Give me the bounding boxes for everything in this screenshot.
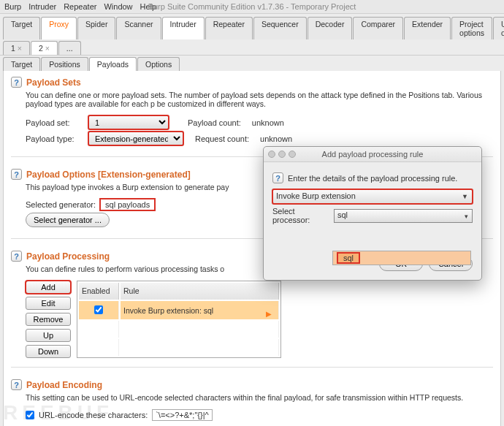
menu-burp[interactable]: Burp bbox=[4, 2, 21, 11]
dialog-titlebar[interactable]: Add payload processing rule bbox=[264, 147, 481, 162]
rule-type-select[interactable]: Invoke Burp extension ▼ bbox=[272, 189, 473, 204]
attack-tab-1[interactable]: 1 × bbox=[3, 41, 30, 55]
menubar: Burp Intruder Repeater Window Help Burp … bbox=[0, 0, 504, 14]
intruder-tab-positions[interactable]: Positions bbox=[41, 57, 88, 71]
zoom-icon[interactable] bbox=[289, 151, 296, 158]
watermark: REEBUF bbox=[3, 401, 113, 425]
intruder-tab-payloads[interactable]: Payloads bbox=[89, 57, 137, 71]
attack-tab-more[interactable]: ... bbox=[58, 41, 81, 55]
selected-generator-label: Selected generator: bbox=[26, 200, 96, 209]
select-generator-button[interactable]: Select generator ... bbox=[26, 213, 110, 227]
tab-intruder[interactable]: Intruder bbox=[162, 17, 205, 39]
payload-options-title: Payload Options [Extension-generated] bbox=[26, 170, 191, 180]
traffic-lights bbox=[268, 151, 296, 158]
dialog-title: Add payload processing rule bbox=[322, 150, 424, 159]
main-tabs: Target Proxy Spider Scanner Intruder Rep… bbox=[0, 14, 504, 39]
payload-processing-title: Payload Processing bbox=[26, 251, 110, 262]
up-rule-button[interactable]: Up bbox=[26, 329, 71, 342]
dialog-desc: Enter the details of the payload process… bbox=[288, 174, 457, 183]
add-rule-dialog: Add payload processing rule ? Enter the … bbox=[263, 146, 482, 281]
col-enabled[interactable]: Enabled bbox=[79, 283, 119, 300]
rules-table[interactable]: Enabled Rule Invoke Burp extension: sql bbox=[77, 281, 281, 358]
section-payload-sets: ? Payload Sets You can define one or mor… bbox=[11, 77, 493, 157]
minimize-icon[interactable] bbox=[278, 151, 286, 158]
add-rule-button[interactable]: Add bbox=[26, 281, 71, 294]
tab-proxy[interactable]: Proxy bbox=[41, 17, 77, 39]
menu-intruder[interactable]: Intruder bbox=[28, 2, 56, 11]
payload-count-label: Payload count: bbox=[188, 118, 241, 127]
request-count-label: Request count: bbox=[195, 134, 249, 143]
down-rule-button[interactable]: Down bbox=[26, 345, 71, 358]
tab-user-options[interactable]: User options bbox=[493, 17, 504, 39]
tab-scanner[interactable]: Scanner bbox=[116, 17, 161, 39]
payload-sets-title: Payload Sets bbox=[26, 77, 81, 88]
tab-decoder[interactable]: Decoder bbox=[308, 17, 353, 39]
edit-rule-button[interactable]: Edit bbox=[26, 297, 71, 310]
chevron-down-icon: ▼ bbox=[462, 193, 468, 200]
payload-count-value: unknown bbox=[252, 118, 284, 127]
menu-window[interactable]: Window bbox=[104, 2, 132, 11]
intruder-tab-options[interactable]: Options bbox=[137, 57, 180, 71]
processor-option-sql[interactable]: sql bbox=[337, 253, 359, 263]
url-encode-chars[interactable]: `\=<>?+&*;"{}|^ bbox=[152, 409, 212, 421]
payload-encoding-title: Payload Encoding bbox=[26, 380, 102, 390]
help-icon[interactable]: ? bbox=[11, 77, 22, 88]
help-icon[interactable]: ? bbox=[272, 172, 283, 183]
help-icon[interactable]: ? bbox=[11, 379, 22, 390]
col-rule[interactable]: Rule bbox=[121, 283, 279, 300]
attack-tabs: 1 × 2 × ... bbox=[0, 39, 504, 55]
tab-spider[interactable]: Spider bbox=[77, 17, 115, 39]
payload-set-select[interactable]: 1 bbox=[88, 115, 169, 129]
window-title: Burp Suite Community Edition v1.7.36 - T… bbox=[148, 2, 356, 11]
payload-type-select[interactable]: Extension-generated bbox=[88, 132, 183, 145]
selected-generator-value: sql payloads bbox=[100, 199, 155, 210]
intruder-tab-target[interactable]: Target bbox=[3, 57, 40, 71]
expand-arrow-icon[interactable]: ▶ bbox=[266, 310, 272, 318]
request-count-value: unknown bbox=[260, 134, 292, 143]
processor-dropdown-list[interactable]: sql bbox=[332, 251, 471, 265]
rule-enabled-checkbox[interactable] bbox=[94, 305, 103, 314]
tab-sequencer[interactable]: Sequencer bbox=[253, 17, 307, 39]
processor-select[interactable]: sql ▾ bbox=[334, 209, 473, 223]
tab-project-options[interactable]: Project options bbox=[451, 17, 492, 39]
attack-tab-2[interactable]: 2 × bbox=[31, 41, 58, 55]
close-icon[interactable] bbox=[268, 151, 275, 158]
intruder-tabs: Target Positions Payloads Options bbox=[0, 55, 504, 71]
tab-target[interactable]: Target bbox=[3, 17, 40, 39]
remove-rule-button[interactable]: Remove bbox=[26, 313, 71, 326]
help-icon[interactable]: ? bbox=[11, 169, 22, 180]
rule-text: Invoke Burp extension: sql bbox=[121, 301, 279, 320]
menu-repeater[interactable]: Repeater bbox=[64, 2, 96, 11]
tab-extender[interactable]: Extender bbox=[404, 17, 451, 39]
help-icon[interactable]: ? bbox=[11, 251, 22, 262]
table-row[interactable]: Invoke Burp extension: sql bbox=[79, 301, 279, 320]
payload-sets-desc: You can define one or more payload sets.… bbox=[26, 91, 493, 108]
payload-set-label: Payload set: bbox=[26, 118, 84, 127]
payload-type-label: Payload type: bbox=[26, 134, 84, 143]
tab-repeater[interactable]: Repeater bbox=[205, 17, 253, 39]
tab-comparer[interactable]: Comparer bbox=[353, 17, 403, 39]
select-processor-label: Select processor: bbox=[272, 207, 329, 224]
chevron-down-icon: ▾ bbox=[465, 213, 468, 220]
